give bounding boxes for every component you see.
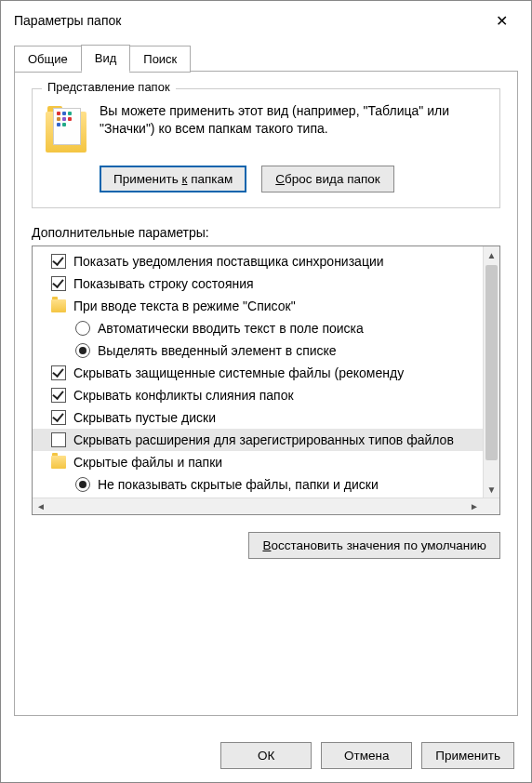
group-text: Вы можете применить этот вид (например, …	[100, 102, 486, 153]
reset-folders-button[interactable]: Сброс вида папок	[261, 166, 393, 192]
tree-item[interactable]: Скрытые файлы и папки	[33, 451, 499, 473]
tree-item-label: Выделять введенный элемент в списке	[98, 343, 337, 358]
tree-item-label: Скрывать защищенные системные файлы (рек…	[73, 365, 404, 380]
vertical-scrollbar[interactable]: ▲ ▼	[483, 246, 499, 498]
tab-general[interactable]: Общие	[14, 46, 82, 73]
tab-pane-view: Представление папок	[14, 71, 518, 716]
restore-defaults-button[interactable]: Восстановить значения по умолчанию	[248, 532, 500, 559]
checkbox[interactable]	[51, 410, 66, 425]
checkbox[interactable]	[51, 276, 66, 291]
folder-views-group: Представление папок	[32, 88, 500, 208]
tree-item[interactable]: Показать уведомления поставщика синхрони…	[33, 250, 499, 272]
tree-item-label: Показать уведомления поставщика синхрони…	[73, 254, 384, 269]
ok-button[interactable]: ОК	[220, 742, 312, 769]
tree-item[interactable]: Не показывать скрытые файлы, папки и дис…	[33, 473, 499, 496]
tree-item[interactable]: При вводе текста в режиме "Список"	[33, 295, 499, 317]
close-icon: ✕	[496, 12, 508, 30]
tree-item[interactable]: Скрывать пустые диски	[33, 406, 499, 429]
tree-item-label: При вводе текста в режиме "Список"	[73, 299, 296, 313]
radio[interactable]	[75, 321, 90, 336]
close-button[interactable]: ✕	[483, 6, 520, 35]
tree-item[interactable]: Скрывать расширения для зарегистрированн…	[33, 429, 499, 451]
tree-item-label: Скрывать пустые диски	[73, 410, 216, 425]
tab-search[interactable]: Поиск	[129, 46, 191, 73]
horizontal-scrollbar[interactable]: ◄ ►	[33, 498, 499, 514]
folder-icon	[51, 456, 66, 469]
titlebar: Параметры папок ✕	[1, 1, 531, 40]
scroll-thumb[interactable]	[485, 265, 498, 460]
tree-item-label: Скрывать расширения для зарегистрированн…	[73, 432, 454, 447]
scroll-left-icon: ◄	[33, 498, 49, 515]
tree-item-label: Не показывать скрытые файлы, папки и дис…	[98, 477, 379, 492]
tab-bar: Общие Вид Поиск	[14, 44, 518, 71]
tab-view[interactable]: Вид	[81, 45, 131, 72]
folder-icon	[46, 104, 86, 153]
apply-to-folders-button[interactable]: Применить к папкам	[100, 166, 246, 192]
treeview-content[interactable]: Показать уведомления поставщика синхрони…	[33, 246, 499, 498]
group-legend: Представление папок	[42, 80, 176, 94]
tree-item-label: Автоматически вводить текст в поле поиск…	[98, 321, 364, 336]
dialog-title: Параметры папок	[14, 13, 483, 28]
scroll-down-icon: ▼	[484, 481, 499, 498]
tree-item-label: Показывать строку состояния	[73, 276, 254, 291]
tree-item-label: Скрытые файлы и папки	[73, 455, 222, 470]
tree-item[interactable]: Скрывать защищенные системные файлы (рек…	[33, 362, 499, 384]
radio[interactable]	[75, 477, 90, 492]
tree-item[interactable]: Выделять введенный элемент в списке	[33, 339, 499, 362]
scroll-right-icon: ►	[466, 498, 483, 515]
checkbox[interactable]	[51, 388, 66, 403]
radio[interactable]	[75, 343, 90, 358]
checkbox[interactable]	[51, 365, 66, 380]
folder-icon	[51, 299, 66, 312]
tree-item[interactable]: Скрывать конфликты слияния папок	[33, 384, 499, 406]
checkbox[interactable]	[51, 432, 66, 447]
dialog-body: Общие Вид Поиск Представление папок	[1, 40, 531, 729]
checkbox[interactable]	[51, 254, 66, 269]
advanced-settings-tree: Показать уведомления поставщика синхрони…	[32, 246, 500, 515]
tree-item[interactable]: Автоматически вводить текст в поле поиск…	[33, 317, 499, 339]
apply-button[interactable]: Применить	[421, 742, 514, 769]
cancel-button[interactable]: Отмена	[321, 742, 412, 769]
scroll-up-icon: ▲	[484, 246, 499, 263]
dialog-window: Параметры папок ✕ Общие Вид Поиск Предст…	[0, 0, 532, 783]
dialog-buttons: ОК Отмена Применить	[1, 729, 531, 782]
advanced-settings-label: Дополнительные параметры:	[32, 225, 500, 240]
tree-item[interactable]: Показывать строку состояния	[33, 272, 499, 295]
tree-item-label: Скрывать конфликты слияния папок	[73, 388, 294, 403]
